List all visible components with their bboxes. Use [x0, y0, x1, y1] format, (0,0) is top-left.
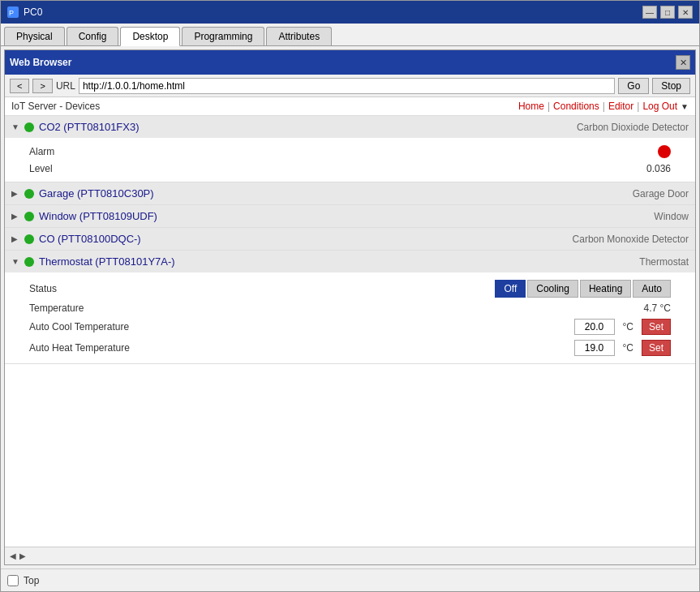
device-type-window: Window	[654, 211, 689, 222]
logout-link[interactable]: Log Out	[642, 101, 677, 112]
tab-attributes[interactable]: Attributes	[266, 27, 332, 45]
conditions-link[interactable]: Conditions	[553, 101, 599, 112]
status-label: Status	[29, 283, 151, 294]
thermostat-controls: Off Cooling Heating Auto	[495, 280, 671, 298]
device-row-co: ▶ CO (PTT08100DQC-) Carbon Monoxide Dete…	[5, 228, 695, 251]
title-bar: P PC0 — □ ✕	[1, 1, 699, 24]
tab-physical[interactable]: Physical	[4, 27, 65, 45]
auto-cool-set-button[interactable]: Set	[642, 319, 671, 335]
url-input[interactable]	[79, 78, 615, 94]
browser-title: Web Browser	[10, 57, 672, 68]
tab-desktop[interactable]: Desktop	[120, 27, 180, 46]
alarm-indicator	[658, 145, 671, 158]
app-icon: P	[7, 6, 19, 18]
tab-programming[interactable]: Programming	[182, 27, 264, 45]
footer-bar: Top	[1, 568, 699, 591]
device-type-thermostat: Thermostat	[639, 256, 689, 268]
device-header-thermostat[interactable]: ▼ Thermostat (PTT08101Y7A-) Thermostat	[5, 251, 695, 272]
heating-button[interactable]: Heating	[580, 280, 631, 298]
svg-text:P: P	[9, 9, 14, 17]
auto-cool-input[interactable]	[574, 319, 615, 335]
device-header-co[interactable]: ▶ CO (PTT08100DQC-) Carbon Monoxide Dete…	[5, 228, 695, 250]
browser-panel: Web Browser ✕ < > URL Go Stop IoT Server…	[4, 49, 696, 565]
status-dot-co	[24, 234, 34, 244]
browser-nav: < > URL Go Stop	[5, 75, 695, 97]
device-type-co: Carbon Monoxide Detector	[573, 234, 689, 245]
main-window: P PC0 — □ ✕ Physical Config Desktop Prog…	[0, 0, 700, 592]
browser-toolbar: Web Browser ✕	[5, 50, 695, 75]
level-row: Level 0.036	[29, 161, 671, 177]
device-header-co-left: ▶ CO (PTT08100DQC-)	[11, 233, 141, 245]
status-dot-thermostat	[24, 257, 34, 267]
auto-cool-unit: °C	[623, 321, 633, 332]
title-bar-controls: — □ ✕	[642, 6, 693, 19]
device-header-co2-left: ▼ CO2 (PTT08101FX3)	[11, 121, 140, 133]
page-header-nav: Home | Conditions | Editor | Log Out ▼	[518, 101, 689, 112]
device-type-garage: Garage Door	[633, 188, 689, 199]
device-details-co2: Alarm Level 0.036	[5, 138, 695, 182]
auto-heat-set-button[interactable]: Set	[642, 340, 671, 356]
device-header-co2[interactable]: ▼ CO2 (PTT08101FX3) Carbon Dioxiode Dete…	[5, 116, 695, 138]
alarm-label: Alarm	[29, 146, 151, 157]
alarm-row: Alarm	[29, 143, 671, 161]
off-button[interactable]: Off	[495, 280, 526, 298]
maximize-button[interactable]: □	[660, 6, 675, 19]
home-link[interactable]: Home	[518, 101, 544, 112]
device-header-window-left: ▶ Window (PTT08109UDF)	[11, 210, 157, 222]
auto-cool-row: Auto Cool Temperature °C Set	[29, 316, 671, 337]
minimize-button[interactable]: —	[642, 6, 657, 19]
content-area: ▼ CO2 (PTT08101FX3) Carbon Dioxiode Dete…	[5, 116, 695, 547]
page-header-title: IoT Server - Devices	[11, 101, 100, 112]
horizontal-scroll: ◀ ▶	[10, 551, 26, 560]
device-header-garage[interactable]: ▶ Garage (PTT0810C30P) Garage Door	[5, 182, 695, 204]
device-row-garage: ▶ Garage (PTT0810C30P) Garage Door	[5, 182, 695, 205]
auto-cool-controls: °C Set	[574, 319, 671, 335]
device-name-garage: Garage (PTT0810C30P)	[39, 187, 154, 199]
temperature-value: 4.7 °C	[644, 302, 671, 314]
device-type-co2: Carbon Dioxiode Detector	[577, 122, 689, 133]
auto-button[interactable]: Auto	[633, 280, 671, 298]
browser-close-button[interactable]: ✕	[676, 55, 690, 70]
bottom-bar: ◀ ▶	[5, 547, 695, 564]
dropdown-arrow: ▼	[681, 102, 689, 111]
temperature-row: Temperature 4.7 °C	[29, 300, 671, 316]
device-header-window[interactable]: ▶ Window (PTT08109UDF) Window	[5, 205, 695, 227]
expand-arrow-co: ▶	[11, 234, 19, 243]
status-row: Status Off Cooling Heating Auto	[29, 277, 671, 300]
top-checkbox[interactable]	[7, 575, 19, 586]
level-value: 0.036	[646, 163, 671, 174]
device-name-thermostat: Thermostat (PTT08101Y7A-)	[39, 255, 175, 268]
go-button[interactable]: Go	[618, 78, 649, 94]
sep1: |	[548, 101, 550, 112]
device-header-garage-left: ▶ Garage (PTT0810C30P)	[11, 187, 154, 199]
auto-heat-row: Auto Heat Temperature °C Set	[29, 337, 671, 358]
tab-bar: Physical Config Desktop Programming Attr…	[1, 24, 699, 46]
device-row-thermostat: ▼ Thermostat (PTT08101Y7A-) Thermostat S…	[5, 251, 695, 364]
auto-heat-input[interactable]	[574, 340, 615, 356]
stop-button[interactable]: Stop	[652, 78, 690, 94]
auto-heat-unit: °C	[623, 342, 633, 354]
status-dot-garage	[24, 189, 34, 199]
close-button[interactable]: ✕	[678, 6, 693, 19]
forward-button[interactable]: >	[32, 79, 52, 93]
scroll-left-arrow[interactable]: ◀	[10, 551, 16, 560]
auto-heat-label: Auto Heat Temperature	[29, 342, 151, 354]
auto-cool-label: Auto Cool Temperature	[29, 321, 151, 332]
scroll-right-arrow[interactable]: ▶	[19, 551, 26, 560]
device-details-thermostat: Status Off Cooling Heating Auto Temperat…	[5, 272, 695, 363]
back-button[interactable]: <	[10, 79, 29, 93]
auto-heat-controls: °C Set	[574, 340, 671, 356]
status-dot-co2	[24, 122, 34, 132]
editor-link[interactable]: Editor	[608, 101, 633, 112]
level-label: Level	[29, 163, 151, 174]
status-dot-window	[24, 212, 34, 221]
tab-config[interactable]: Config	[67, 27, 119, 45]
expand-arrow-garage: ▶	[11, 189, 19, 198]
url-label: URL	[56, 80, 75, 92]
sep3: |	[637, 101, 639, 112]
expand-arrow-thermostat: ▼	[11, 257, 19, 266]
device-row-window: ▶ Window (PTT08109UDF) Window	[5, 205, 695, 228]
title-bar-left: P PC0	[7, 6, 42, 18]
temperature-label: Temperature	[29, 302, 151, 314]
cooling-button[interactable]: Cooling	[527, 280, 578, 298]
